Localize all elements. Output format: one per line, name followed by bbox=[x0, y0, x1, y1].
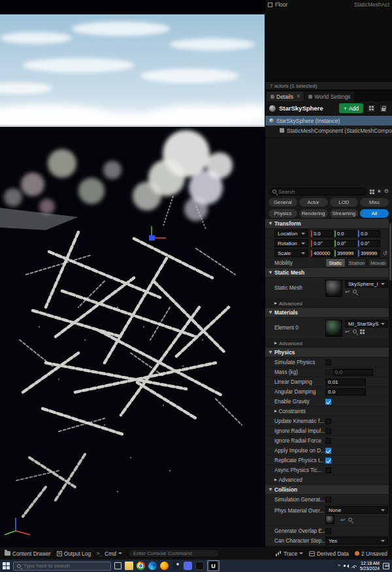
task-view-icon[interactable] bbox=[114, 562, 122, 569]
material-options-icon[interactable] bbox=[360, 329, 365, 334]
rotation-mode-dropdown[interactable]: Rotation bbox=[274, 239, 308, 247]
chrome-icon[interactable] bbox=[137, 562, 145, 570]
panel-options-button[interactable] bbox=[367, 104, 376, 113]
scrollbar-thumb[interactable] bbox=[389, 223, 391, 280]
firefox-icon[interactable] bbox=[160, 562, 169, 570]
search-input[interactable] bbox=[278, 189, 363, 195]
component-row-staticmesh[interactable]: StaticMeshComponent (StaticMeshComponent… bbox=[265, 126, 392, 135]
mobility-static-button[interactable]: Static bbox=[325, 258, 346, 267]
viewport-3d[interactable] bbox=[0, 0, 265, 547]
browse-to-asset-icon[interactable] bbox=[348, 518, 352, 522]
browse-to-asset-icon[interactable] bbox=[353, 290, 357, 294]
cmd-dropdown[interactable]: >_ Cmd bbox=[97, 550, 122, 557]
filter-rendering[interactable]: Rendering bbox=[299, 209, 328, 218]
static-mesh-thumbnail[interactable] bbox=[325, 280, 342, 297]
apply-impulse-checkbox[interactable] bbox=[325, 448, 331, 454]
trace-button[interactable]: Trace bbox=[276, 550, 303, 557]
start-button[interactable] bbox=[3, 562, 10, 569]
filter-streaming[interactable]: Streaming bbox=[330, 209, 359, 218]
phys-material-dropdown[interactable]: None bbox=[325, 506, 388, 514]
tab-world-settings[interactable]: World Settings bbox=[304, 92, 354, 101]
filter-actor[interactable]: Actor bbox=[299, 198, 328, 207]
display-filter-icon[interactable] bbox=[370, 190, 374, 194]
volume-icon[interactable] bbox=[344, 564, 348, 568]
section-static-mesh[interactable]: ▾ Static Mesh bbox=[265, 268, 392, 278]
use-selected-asset-icon[interactable]: ↩ bbox=[340, 517, 345, 523]
scale-mode-dropdown[interactable]: Scale bbox=[274, 249, 308, 257]
rotation-y-input[interactable] bbox=[335, 240, 357, 247]
replicate-physics-checkbox[interactable] bbox=[325, 458, 331, 463]
details-scrollbar[interactable] bbox=[389, 219, 392, 547]
physics-advanced-row[interactable]: ▸ Advanced bbox=[265, 475, 392, 485]
file-explorer-icon[interactable] bbox=[125, 562, 133, 570]
async-physics-checkbox[interactable] bbox=[325, 467, 331, 473]
app-icon[interactable] bbox=[195, 562, 204, 570]
revision-control-button[interactable]: 2 Unsaved bbox=[355, 550, 387, 557]
add-component-button[interactable]: + Add bbox=[339, 103, 363, 113]
tray-chevron-icon[interactable]: ^ bbox=[338, 564, 340, 569]
scale-y-input[interactable] bbox=[335, 250, 357, 257]
static-mesh-advanced[interactable]: ▸ Advanced bbox=[265, 299, 392, 308]
browse-to-asset-icon[interactable] bbox=[353, 329, 357, 333]
section-materials[interactable]: ▾ Materials bbox=[265, 308, 392, 318]
steam-icon[interactable] bbox=[172, 562, 180, 570]
close-icon[interactable]: × bbox=[297, 93, 300, 99]
output-log-button[interactable]: Output Log bbox=[57, 550, 91, 557]
settings-gear-icon[interactable]: ⚙ bbox=[384, 189, 389, 194]
edge-icon[interactable] bbox=[148, 562, 157, 570]
derived-data-button[interactable]: Derived Data bbox=[309, 550, 349, 557]
scale-z-input[interactable] bbox=[358, 250, 380, 257]
generate-overlap-checkbox[interactable] bbox=[325, 528, 331, 534]
rotation-x-input[interactable] bbox=[311, 240, 333, 247]
enable-gravity-checkbox[interactable] bbox=[325, 399, 331, 405]
material-thumbnail[interactable] bbox=[325, 320, 342, 337]
location-x-input[interactable] bbox=[311, 230, 333, 237]
linear-damping-input[interactable] bbox=[325, 379, 366, 386]
taskbar-clock[interactable]: 12:18 AM 5/23/2024 bbox=[360, 561, 380, 571]
scale-x-input[interactable] bbox=[311, 250, 333, 257]
ignore-radial-impulse-checkbox[interactable] bbox=[325, 428, 331, 434]
unreal-engine-icon[interactable]: U bbox=[209, 562, 218, 570]
mass-override-checkbox[interactable] bbox=[325, 369, 331, 375]
materials-advanced[interactable]: ▸ Advanced bbox=[265, 339, 392, 348]
tab-details[interactable]: Details × bbox=[267, 92, 304, 101]
filter-lod[interactable]: LOD bbox=[330, 198, 359, 207]
section-physics[interactable]: ▾ Physics bbox=[265, 348, 392, 358]
section-transform[interactable]: ▾ Transform bbox=[265, 219, 392, 229]
can-character-step-dropdown[interactable]: Yes bbox=[325, 537, 388, 545]
ignore-radial-force-checkbox[interactable] bbox=[325, 438, 331, 444]
console-command-input[interactable] bbox=[128, 549, 220, 558]
location-mode-dropdown[interactable]: Location bbox=[274, 229, 308, 237]
angular-damping-input[interactable] bbox=[325, 388, 366, 395]
filter-all[interactable]: All bbox=[360, 209, 389, 218]
update-kinematic-checkbox[interactable] bbox=[325, 418, 331, 424]
mobility-movable-button[interactable]: Movab bbox=[368, 258, 388, 267]
network-icon[interactable] bbox=[351, 564, 357, 568]
location-y-input[interactable] bbox=[335, 230, 357, 237]
simulation-generates-checkbox[interactable] bbox=[325, 497, 331, 503]
use-selected-asset-icon[interactable]: ↩ bbox=[345, 329, 350, 335]
rotation-z-input[interactable] bbox=[358, 240, 380, 247]
use-selected-asset-icon[interactable]: ↩ bbox=[345, 289, 350, 295]
material-dropdown[interactable]: MI_StarSkyS bbox=[345, 320, 388, 328]
filter-misc[interactable]: Misc bbox=[360, 198, 389, 207]
constraints-group-row[interactable]: ▸ Constraints bbox=[265, 407, 392, 416]
taskbar-search-input[interactable] bbox=[24, 563, 107, 569]
phys-material-thumbnail[interactable] bbox=[325, 515, 335, 524]
filter-physics[interactable]: Physics bbox=[269, 209, 297, 218]
lock-details-button[interactable] bbox=[379, 104, 388, 113]
content-drawer-button[interactable]: Content Drawer bbox=[5, 550, 51, 557]
discord-icon[interactable] bbox=[184, 562, 192, 570]
static-mesh-dropdown[interactable]: SkySphere_I bbox=[345, 280, 388, 288]
details-search-box[interactable] bbox=[269, 188, 367, 195]
section-collision[interactable]: ▾ Collision bbox=[265, 485, 392, 495]
reset-to-default-icon[interactable]: ↺ bbox=[382, 250, 388, 256]
mass-input[interactable] bbox=[333, 369, 373, 376]
mobility-stationary-button[interactable]: Station bbox=[347, 258, 367, 267]
filter-general[interactable]: General bbox=[269, 198, 297, 207]
component-row-instance[interactable]: StarSkySphere (Instance) bbox=[265, 116, 392, 126]
favorites-star-icon[interactable]: ★ bbox=[377, 189, 382, 194]
simulate-physics-checkbox[interactable] bbox=[325, 360, 331, 365]
location-z-input[interactable] bbox=[358, 230, 380, 237]
taskbar-search-box[interactable] bbox=[13, 562, 111, 571]
